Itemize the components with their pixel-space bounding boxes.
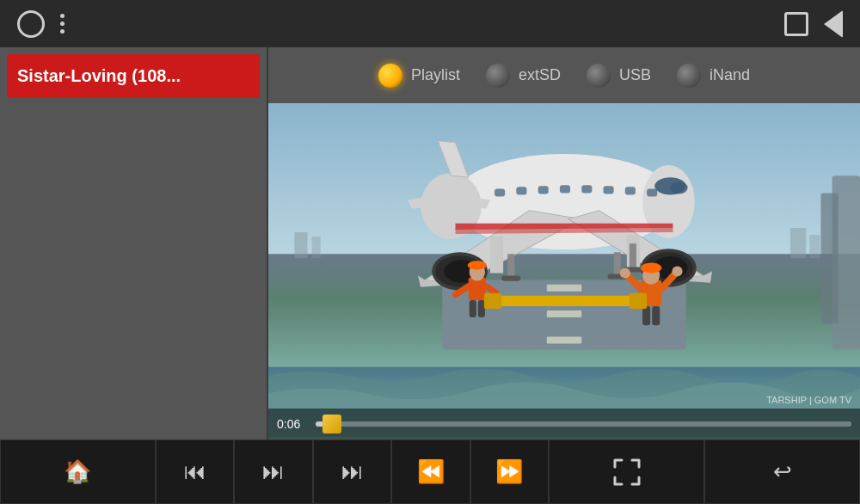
svg-point-40 [672,266,682,276]
tab-inand[interactable]: iNand [677,64,750,88]
main-content: Sistar-Loving (108... Playlist extSD USB… [0,47,860,439]
svg-rect-49 [478,300,485,317]
progress-thumb[interactable] [322,415,341,433]
window-icon[interactable] [784,12,808,36]
inand-label: iNand [710,66,750,84]
home-icon: 🏠 [64,458,91,485]
svg-point-19 [670,181,687,194]
tab-playlist[interactable]: Playlist [378,64,460,88]
svg-point-36 [641,262,661,273]
svg-rect-41 [642,306,650,325]
extsd-led [486,64,510,88]
svg-rect-26 [625,187,636,194]
rewind-button[interactable]: ⏪ [391,439,470,504]
svg-rect-22 [538,186,549,194]
circle-icon[interactable] [17,10,45,38]
svg-rect-48 [470,300,476,317]
play-pause-button[interactable]: ⏭ [234,439,312,504]
svg-rect-30 [507,254,514,278]
fullscreen-button[interactable] [549,439,704,504]
fast-forward-icon: ⏩ [495,458,523,485]
svg-rect-23 [560,185,570,193]
svg-rect-16 [490,237,503,273]
rewind-icon: ⏪ [417,458,445,485]
svg-rect-6 [547,336,581,343]
play-pause-icon: ⏭ [262,458,285,485]
back-button[interactable]: ↩ [704,439,860,504]
control-bar: 🏠 ⏮ ⏭ ⏭ ⏪ ⏩ ↩ [0,439,860,504]
svg-rect-4 [547,285,581,292]
usb-led [587,64,611,88]
svg-point-39 [620,267,630,278]
tab-usb[interactable]: USB [587,64,651,88]
playlist-label: Playlist [411,66,460,84]
svg-rect-53 [294,232,307,258]
right-panel: Playlist extSD USB iNand [268,47,860,439]
svg-rect-28 [630,243,636,269]
system-bar [0,0,860,47]
svg-rect-56 [809,235,820,258]
extsd-label: extSD [519,66,561,84]
playlist-led [378,64,402,88]
next-icon: ⏭ [341,458,364,485]
inand-led [677,64,701,88]
svg-rect-25 [604,186,614,194]
svg-rect-50 [494,296,647,306]
home-button[interactable]: 🏠 [0,439,156,504]
svg-rect-58 [820,193,838,323]
next-button[interactable]: ⏭ [313,439,391,504]
svg-rect-42 [652,306,660,325]
usb-label: USB [619,66,651,84]
svg-rect-20 [494,188,505,196]
watermark-text: TARSHIP | GOM TV [766,395,851,405]
previous-icon: ⏮ [184,458,206,485]
svg-rect-27 [647,188,657,196]
airplane-graphic [268,103,860,439]
progress-track[interactable] [316,421,851,427]
fast-forward-button[interactable]: ⏩ [470,439,549,504]
sidebar: Sistar-Loving (108... [0,47,267,439]
svg-rect-24 [581,185,592,193]
current-time: 0:06 [277,417,307,431]
back-nav-icon[interactable] [824,10,843,38]
source-tabs: Playlist extSD USB iNand [268,47,860,103]
svg-rect-52 [630,293,647,309]
back-icon: ↩ [773,458,792,485]
video-watermark: TARSHIP | GOM TV [766,395,851,405]
current-track[interactable]: Sistar-Loving (108... [7,54,260,98]
svg-point-45 [468,261,487,269]
previous-button[interactable]: ⏮ [156,439,234,504]
menu-icon[interactable] [60,14,64,34]
tab-extsd[interactable]: extSD [486,64,561,88]
svg-rect-31 [501,276,520,281]
svg-rect-5 [547,310,581,317]
svg-rect-55 [790,228,806,258]
video-content [268,103,860,439]
fullscreen-icon [611,457,642,488]
svg-rect-21 [516,187,526,194]
svg-rect-51 [484,293,501,309]
svg-rect-32 [614,252,621,276]
svg-rect-54 [312,237,321,258]
video-player[interactable]: 0:06 TARSHIP | GOM TV [268,103,860,439]
video-progress-bar[interactable]: 0:06 [268,409,860,439]
